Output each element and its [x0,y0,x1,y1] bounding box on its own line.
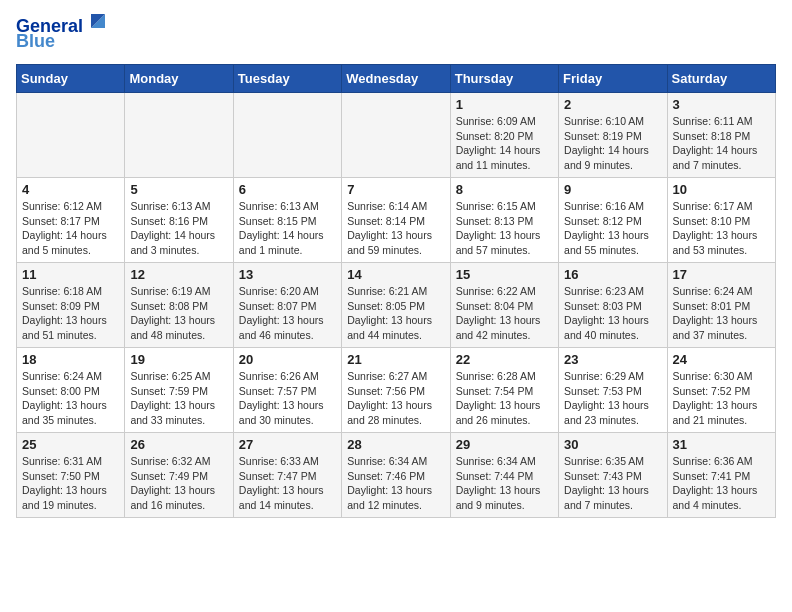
day-info: Sunrise: 6:14 AM Sunset: 8:14 PM Dayligh… [347,199,444,258]
calendar-cell: 3Sunrise: 6:11 AM Sunset: 8:18 PM Daylig… [667,93,775,178]
logo-text-blue: Blue [16,31,55,52]
calendar-weekday-wednesday: Wednesday [342,65,450,93]
day-info: Sunrise: 6:13 AM Sunset: 8:15 PM Dayligh… [239,199,336,258]
page-header: General Blue [16,16,776,52]
calendar-cell: 1Sunrise: 6:09 AM Sunset: 8:20 PM Daylig… [450,93,558,178]
day-info: Sunrise: 6:09 AM Sunset: 8:20 PM Dayligh… [456,114,553,173]
calendar-cell: 27Sunrise: 6:33 AM Sunset: 7:47 PM Dayli… [233,433,341,518]
day-number: 19 [130,352,227,367]
calendar-cell: 21Sunrise: 6:27 AM Sunset: 7:56 PM Dayli… [342,348,450,433]
day-info: Sunrise: 6:24 AM Sunset: 8:00 PM Dayligh… [22,369,119,428]
day-number: 8 [456,182,553,197]
calendar-table: SundayMondayTuesdayWednesdayThursdayFrid… [16,64,776,518]
calendar-cell: 7Sunrise: 6:14 AM Sunset: 8:14 PM Daylig… [342,178,450,263]
day-number: 30 [564,437,661,452]
day-number: 9 [564,182,661,197]
calendar-cell: 11Sunrise: 6:18 AM Sunset: 8:09 PM Dayli… [17,263,125,348]
day-number: 6 [239,182,336,197]
day-info: Sunrise: 6:20 AM Sunset: 8:07 PM Dayligh… [239,284,336,343]
day-number: 3 [673,97,770,112]
calendar-cell: 23Sunrise: 6:29 AM Sunset: 7:53 PM Dayli… [559,348,667,433]
day-info: Sunrise: 6:24 AM Sunset: 8:01 PM Dayligh… [673,284,770,343]
calendar-cell [233,93,341,178]
day-number: 1 [456,97,553,112]
calendar-week-row: 25Sunrise: 6:31 AM Sunset: 7:50 PM Dayli… [17,433,776,518]
calendar-cell: 4Sunrise: 6:12 AM Sunset: 8:17 PM Daylig… [17,178,125,263]
calendar-weekday-sunday: Sunday [17,65,125,93]
calendar-weekday-monday: Monday [125,65,233,93]
day-number: 12 [130,267,227,282]
day-info: Sunrise: 6:15 AM Sunset: 8:13 PM Dayligh… [456,199,553,258]
calendar-cell: 19Sunrise: 6:25 AM Sunset: 7:59 PM Dayli… [125,348,233,433]
day-number: 4 [22,182,119,197]
day-number: 15 [456,267,553,282]
calendar-weekday-saturday: Saturday [667,65,775,93]
calendar-cell: 13Sunrise: 6:20 AM Sunset: 8:07 PM Dayli… [233,263,341,348]
day-info: Sunrise: 6:18 AM Sunset: 8:09 PM Dayligh… [22,284,119,343]
calendar-cell: 8Sunrise: 6:15 AM Sunset: 8:13 PM Daylig… [450,178,558,263]
day-number: 14 [347,267,444,282]
day-info: Sunrise: 6:36 AM Sunset: 7:41 PM Dayligh… [673,454,770,513]
calendar-weekday-friday: Friday [559,65,667,93]
day-info: Sunrise: 6:22 AM Sunset: 8:04 PM Dayligh… [456,284,553,343]
calendar-cell: 24Sunrise: 6:30 AM Sunset: 7:52 PM Dayli… [667,348,775,433]
day-info: Sunrise: 6:17 AM Sunset: 8:10 PM Dayligh… [673,199,770,258]
day-number: 22 [456,352,553,367]
day-info: Sunrise: 6:21 AM Sunset: 8:05 PM Dayligh… [347,284,444,343]
day-number: 24 [673,352,770,367]
day-number: 5 [130,182,227,197]
calendar-cell: 31Sunrise: 6:36 AM Sunset: 7:41 PM Dayli… [667,433,775,518]
day-info: Sunrise: 6:23 AM Sunset: 8:03 PM Dayligh… [564,284,661,343]
logo: General Blue [16,16,109,52]
day-info: Sunrise: 6:32 AM Sunset: 7:49 PM Dayligh… [130,454,227,513]
calendar-cell: 30Sunrise: 6:35 AM Sunset: 7:43 PM Dayli… [559,433,667,518]
calendar-cell: 17Sunrise: 6:24 AM Sunset: 8:01 PM Dayli… [667,263,775,348]
day-number: 29 [456,437,553,452]
day-info: Sunrise: 6:10 AM Sunset: 8:19 PM Dayligh… [564,114,661,173]
day-number: 27 [239,437,336,452]
calendar-cell: 14Sunrise: 6:21 AM Sunset: 8:05 PM Dayli… [342,263,450,348]
day-info: Sunrise: 6:31 AM Sunset: 7:50 PM Dayligh… [22,454,119,513]
calendar-cell: 9Sunrise: 6:16 AM Sunset: 8:12 PM Daylig… [559,178,667,263]
calendar-cell: 10Sunrise: 6:17 AM Sunset: 8:10 PM Dayli… [667,178,775,263]
day-info: Sunrise: 6:33 AM Sunset: 7:47 PM Dayligh… [239,454,336,513]
calendar-week-row: 4Sunrise: 6:12 AM Sunset: 8:17 PM Daylig… [17,178,776,263]
calendar-cell [17,93,125,178]
calendar-week-row: 1Sunrise: 6:09 AM Sunset: 8:20 PM Daylig… [17,93,776,178]
calendar-cell [125,93,233,178]
calendar-cell: 15Sunrise: 6:22 AM Sunset: 8:04 PM Dayli… [450,263,558,348]
day-number: 13 [239,267,336,282]
day-info: Sunrise: 6:34 AM Sunset: 7:44 PM Dayligh… [456,454,553,513]
calendar-header-row: SundayMondayTuesdayWednesdayThursdayFrid… [17,65,776,93]
day-number: 31 [673,437,770,452]
day-number: 2 [564,97,661,112]
day-info: Sunrise: 6:30 AM Sunset: 7:52 PM Dayligh… [673,369,770,428]
day-info: Sunrise: 6:29 AM Sunset: 7:53 PM Dayligh… [564,369,661,428]
calendar-cell: 26Sunrise: 6:32 AM Sunset: 7:49 PM Dayli… [125,433,233,518]
day-number: 16 [564,267,661,282]
day-info: Sunrise: 6:27 AM Sunset: 7:56 PM Dayligh… [347,369,444,428]
calendar-weekday-thursday: Thursday [450,65,558,93]
calendar-cell: 18Sunrise: 6:24 AM Sunset: 8:00 PM Dayli… [17,348,125,433]
calendar-cell: 20Sunrise: 6:26 AM Sunset: 7:57 PM Dayli… [233,348,341,433]
calendar-weekday-tuesday: Tuesday [233,65,341,93]
calendar-week-row: 11Sunrise: 6:18 AM Sunset: 8:09 PM Dayli… [17,263,776,348]
day-number: 26 [130,437,227,452]
calendar-cell: 6Sunrise: 6:13 AM Sunset: 8:15 PM Daylig… [233,178,341,263]
calendar-cell: 28Sunrise: 6:34 AM Sunset: 7:46 PM Dayli… [342,433,450,518]
day-info: Sunrise: 6:11 AM Sunset: 8:18 PM Dayligh… [673,114,770,173]
day-info: Sunrise: 6:16 AM Sunset: 8:12 PM Dayligh… [564,199,661,258]
day-number: 28 [347,437,444,452]
calendar-cell [342,93,450,178]
day-info: Sunrise: 6:12 AM Sunset: 8:17 PM Dayligh… [22,199,119,258]
day-number: 21 [347,352,444,367]
day-info: Sunrise: 6:13 AM Sunset: 8:16 PM Dayligh… [130,199,227,258]
calendar-cell: 22Sunrise: 6:28 AM Sunset: 7:54 PM Dayli… [450,348,558,433]
day-info: Sunrise: 6:25 AM Sunset: 7:59 PM Dayligh… [130,369,227,428]
day-number: 20 [239,352,336,367]
calendar-week-row: 18Sunrise: 6:24 AM Sunset: 8:00 PM Dayli… [17,348,776,433]
day-info: Sunrise: 6:28 AM Sunset: 7:54 PM Dayligh… [456,369,553,428]
day-info: Sunrise: 6:35 AM Sunset: 7:43 PM Dayligh… [564,454,661,513]
calendar-cell: 16Sunrise: 6:23 AM Sunset: 8:03 PM Dayli… [559,263,667,348]
day-number: 25 [22,437,119,452]
